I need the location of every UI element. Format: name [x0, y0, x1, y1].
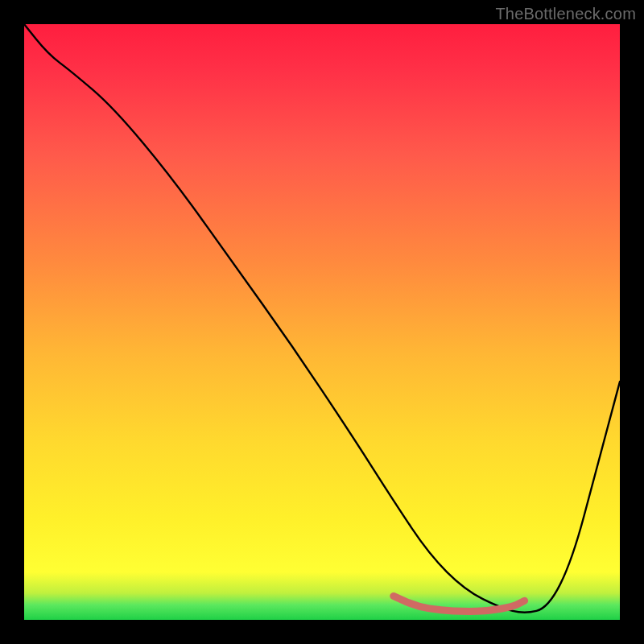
watermark-text: TheBottleneck.com	[495, 5, 636, 23]
bottleneck-curve-path	[24, 24, 620, 613]
chart-svg	[24, 24, 620, 620]
sweet-spot-highlight-path	[394, 596, 525, 611]
chart-plot-area	[24, 24, 620, 620]
